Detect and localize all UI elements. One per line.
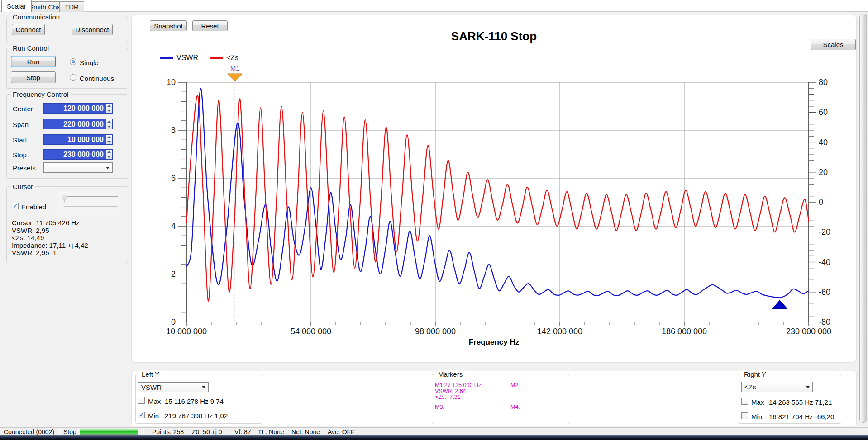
marker-m4-label: M4: — [510, 404, 520, 410]
left-y-max-checkbox[interactable] — [138, 397, 145, 404]
chevron-down-icon — [202, 386, 205, 388]
status-ave: Ave: OFF — [328, 428, 355, 435]
continuous-radio-label: Continuous — [80, 75, 114, 82]
status-net: Net: None — [291, 428, 320, 435]
chart-title: SARK-110 Stop — [132, 29, 856, 43]
cursor-slider-thumb[interactable] — [62, 192, 67, 202]
connect-button[interactable]: Connect — [12, 24, 45, 35]
spinner-down-icon[interactable] — [106, 140, 112, 145]
right-y-min-checkbox[interactable] — [741, 412, 748, 419]
cursor-vswr-ratio-readout: VSWR: 2,95 :1 — [12, 249, 88, 257]
taskbar-edge — [0, 435, 868, 440]
status-tl: TL: None — [258, 428, 284, 435]
right-y-min-value: 16 821 704 Hz -66,20 — [769, 413, 834, 421]
right-y-min-label: Min — [751, 413, 762, 421]
cursor-slider[interactable] — [57, 191, 121, 217]
cursor-readout: Cursor: 11 705 426 Hz VSWR: 2,95 <Zs: 14… — [12, 219, 88, 257]
left-y-min-checkbox[interactable] — [138, 412, 145, 418]
right-y-group-title: Right Y — [742, 370, 768, 378]
spinner-up-icon[interactable] — [106, 104, 112, 109]
spinner-up-icon[interactable] — [106, 135, 112, 140]
right-y-max-label: Max — [751, 398, 764, 406]
spinner-up-icon[interactable] — [106, 150, 112, 155]
left-y-max-value: 15 116 278 Hz 9,74 — [165, 397, 224, 405]
frequency-control-group-title: Frequency Control — [10, 90, 71, 98]
chart-panel[interactable]: Snapshot Reset Scales SARK-110 Stop VSWR… — [131, 15, 857, 363]
cursor-slider-tickline — [64, 206, 118, 207]
left-y-group: Left Y VSWR Max 15 116 278 Hz 9,74 Min 2… — [135, 374, 262, 424]
status-bar: Connected (0002) Stop Points: 258 Z0: 50… — [0, 427, 868, 435]
run-control-group: Run Control Run Stop Single Continuous — [6, 48, 128, 89]
stop-frequency-value: 230 000 000 — [63, 151, 104, 159]
tab-tdr[interactable]: TDR — [59, 1, 84, 12]
left-y-group-title: Left Y — [139, 370, 162, 378]
cursor-slider-track[interactable] — [62, 196, 118, 197]
start-frequency-label: Start — [13, 136, 27, 144]
span-frequency-value: 220 000 000 — [63, 120, 104, 128]
disconnect-button[interactable]: Disconnect — [72, 24, 113, 35]
left-y-max-label: Max — [148, 397, 161, 405]
stop-button[interactable]: Stop — [11, 71, 56, 83]
status-z0: Z0: 50 +j 0 — [192, 428, 222, 435]
spinner-down-icon[interactable] — [106, 109, 112, 114]
chevron-down-icon — [806, 386, 810, 388]
chevron-down-icon — [106, 167, 110, 169]
marker-m1-frequency: M1:27 135 000 Hz — [435, 382, 481, 388]
left-y-min-label: Min — [148, 412, 159, 420]
presets-label: Presets — [13, 164, 36, 172]
stop-frequency-field[interactable]: 230 000 000 — [43, 149, 113, 160]
chart-legend: VSWR <Zs — [160, 54, 238, 62]
left-y-min-value: 219 767 398 Hz 1,02 — [165, 412, 228, 420]
vswr-line-swatch-icon — [160, 57, 173, 59]
communication-group: Communication Connect Disconnect — [6, 17, 128, 43]
center-frequency-value: 120 000 000 — [63, 104, 104, 113]
single-radio[interactable] — [70, 58, 76, 65]
left-y-trace-combobox[interactable]: VSWR — [138, 382, 209, 392]
center-frequency-label: Center — [13, 105, 33, 113]
vertical-scrollbar[interactable] — [858, 12, 868, 427]
legend-vswr-label: VSWR — [176, 54, 198, 62]
run-button[interactable]: Run — [11, 56, 56, 67]
right-y-trace-value: <Zs — [744, 383, 756, 391]
cursor-enabled-checkbox[interactable] — [12, 203, 19, 209]
start-frequency-field[interactable]: 10 000 000 — [43, 134, 113, 145]
marker-m2-label: M2: — [510, 382, 520, 388]
markers-group-title: Markers — [436, 370, 465, 378]
tab-strip: Scalar Smith Chart TDR — [0, 0, 868, 12]
legend-item-vswr: VSWR — [160, 54, 198, 62]
communication-group-title: Communication — [10, 13, 62, 21]
cursor-frequency-readout: Cursor: 11 705 426 Hz — [12, 219, 88, 227]
scrollbar-thumb[interactable] — [859, 14, 867, 423]
markers-group: Markers M1:27 135 000 Hz VSWR: 2,64 <Zs:… — [432, 374, 569, 424]
start-frequency-spinner — [106, 135, 112, 144]
marker-m3-label: M3: — [435, 404, 444, 410]
legend-zs-label: <Zs — [226, 54, 238, 62]
sweep-state-status: Stop — [63, 428, 76, 435]
cursor-group-title: Cursor — [10, 183, 35, 190]
frequency-control-group: Frequency Control Center 120 000 000 Spa… — [6, 94, 128, 179]
cursor-zs-readout: <Zs: 14,49 — [12, 234, 88, 242]
right-y-max-checkbox[interactable] — [741, 398, 748, 405]
continuous-radio[interactable] — [70, 74, 76, 81]
application-window: Scalar Smith Chart TDR Communication Con… — [0, 0, 868, 440]
center-frequency-spinner — [106, 104, 112, 113]
presets-combobox[interactable] — [43, 162, 113, 173]
tab-scalar[interactable]: Scalar — [1, 0, 32, 12]
marker-m1-vswr: VSWR: 2,64 — [435, 388, 466, 394]
spinner-up-icon[interactable] — [106, 119, 112, 124]
cursor-enabled-label: Enabled — [21, 203, 46, 211]
spinner-down-icon[interactable] — [106, 155, 112, 160]
cursor-impedance-readout: Impedance: 17,11 +j 4,42 — [12, 242, 88, 250]
spinner-down-icon[interactable] — [106, 124, 112, 129]
stop-frequency-spinner — [106, 150, 112, 159]
span-frequency-field[interactable]: 220 000 000 — [43, 119, 113, 129]
zs-line-swatch-icon — [210, 57, 223, 59]
cursor-vswr-readout: VSWR: 2,95 — [12, 227, 88, 235]
center-frequency-field[interactable]: 120 000 000 — [43, 103, 113, 114]
left-y-trace-value: VSWR — [141, 383, 162, 391]
status-separator — [143, 428, 143, 435]
legend-item-zs: <Zs — [210, 54, 238, 62]
bottom-panel-band: Left Y VSWR Max 15 116 278 Hz 9,74 Min 2… — [131, 371, 857, 426]
start-frequency-value: 10 000 000 — [67, 136, 104, 144]
right-y-trace-combobox[interactable]: <Zs — [741, 382, 813, 392]
